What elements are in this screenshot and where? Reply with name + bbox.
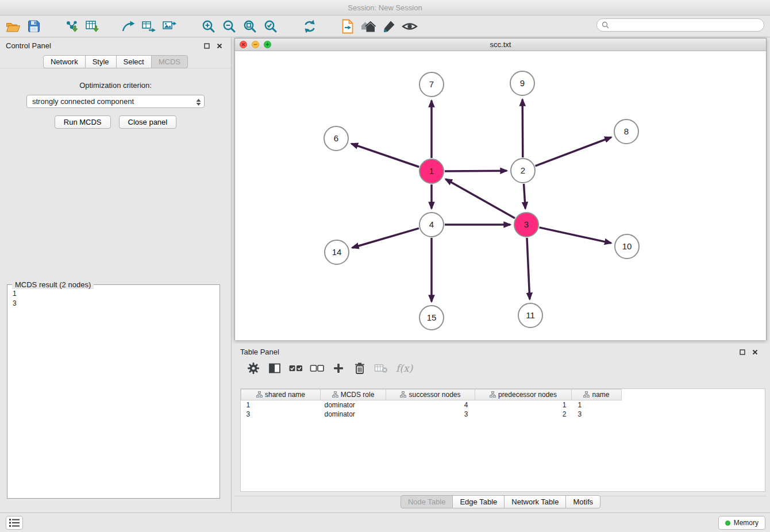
tab-motifs[interactable]: Motifs [565,495,600,508]
edge-4-14[interactable] [352,228,419,248]
new-network-from-selection-icon[interactable] [118,18,138,35]
tab-network-table[interactable]: Network Table [504,495,566,508]
svg-text:8: 8 [624,126,629,136]
column-header-name[interactable]: name [572,390,622,400]
table-panel: Table Panel [234,344,767,511]
maximize-window-icon[interactable] [264,41,271,48]
show-hide-icon[interactable] [399,18,420,35]
export-table-icon[interactable] [138,18,159,35]
network-window: scc.txt 7968124314101511 [234,38,767,340]
add-column-icon[interactable] [330,360,347,376]
network-window-title: scc.txt [490,40,511,49]
app-window: Session: New Session [0,0,770,532]
float-panel-icon[interactable] [202,42,211,50]
node-7[interactable]: 7 [419,72,444,97]
optimization-dropdown-value: strongly connected component [32,97,134,106]
zoom-out-icon[interactable] [219,18,240,35]
table-panel-title: Table Panel [240,348,279,356]
float-table-panel-icon[interactable] [738,348,747,356]
svg-text:4: 4 [429,219,434,229]
delete-column-icon[interactable] [351,360,368,376]
svg-text:9: 9 [520,78,525,88]
node-1[interactable]: 1 [419,159,444,183]
table-cell: 4 [386,400,475,410]
memory-label: Memory [734,519,759,527]
zoom-fit-icon[interactable] [240,18,260,35]
node-11[interactable]: 11 [518,303,542,327]
run-mcds-button[interactable]: Run MCDS [55,115,111,129]
table-cell: 3 [241,410,321,419]
control-panel-tabs: NetworkStyleSelectMCDS [0,55,231,68]
zoom-in-icon[interactable] [198,18,219,35]
optimization-dropdown[interactable]: strongly connected component [26,95,205,108]
node-14[interactable]: 14 [325,240,349,264]
node-4[interactable]: 4 [419,213,444,237]
tab-mcds[interactable]: MCDS [151,55,188,68]
status-bar: Memory [0,512,770,532]
import-file-icon[interactable] [337,18,358,35]
table-row[interactable]: 1dominator411 [241,400,622,410]
tab-network[interactable]: Network [43,55,86,68]
edge-1-6[interactable] [352,144,419,167]
table-cell: 1 [475,400,572,410]
minimize-window-icon[interactable] [252,41,259,48]
save-session-icon[interactable] [24,18,44,35]
edge-3-10[interactable] [540,228,611,243]
import-network-icon[interactable] [61,18,82,35]
column-header-successor-nodes[interactable]: successor nodes [386,390,475,400]
search-input[interactable] [613,20,759,30]
window-titlebar: Session: New Session [0,0,770,16]
mcds-result-group: MCDS result (2 nodes) 1 3 [7,284,220,499]
tab-style[interactable]: Style [85,55,117,68]
delete-table-icon[interactable] [372,360,390,376]
tab-node-table[interactable]: Node Table [401,495,453,508]
close-table-panel-icon[interactable] [750,348,760,356]
node-table: shared nameMCDS rolesuccessor nodesprede… [241,389,622,419]
close-panel-button[interactable]: Close panel [119,115,177,129]
import-table-icon[interactable] [82,18,103,35]
network-graph[interactable]: 7968124314101511 [235,51,766,340]
node-15[interactable]: 15 [419,306,444,330]
show-columns-icon[interactable] [266,360,283,376]
node-2[interactable]: 2 [511,159,535,183]
memory-button[interactable]: Memory [718,516,765,530]
select-all-icon[interactable] [287,360,305,376]
edge-2-3[interactable] [524,184,526,209]
table-panel-tabs: Node TableEdge TableNetwork TableMotifs [234,495,767,508]
column-header-shared-name[interactable]: shared name [241,390,321,400]
edge-1-2[interactable] [445,171,507,171]
close-window-icon[interactable] [240,41,247,48]
svg-text:6: 6 [334,133,338,143]
node-10[interactable]: 10 [615,234,639,259]
column-header-predecessor-nodes[interactable]: predecessor nodes [475,390,572,400]
svg-text:1: 1 [429,166,434,176]
edge-3-11[interactable] [527,238,530,299]
node-6[interactable]: 6 [324,126,348,151]
node-3[interactable]: 3 [514,213,538,237]
export-image-icon[interactable] [159,18,180,35]
home-icon[interactable] [358,18,379,35]
edge-2-8[interactable] [536,137,611,166]
close-panel-icon[interactable] [215,42,224,50]
task-history-button[interactable] [6,516,23,530]
edge-2-9[interactable] [522,99,523,157]
search-field[interactable] [596,18,764,32]
edge-3-1[interactable] [445,179,515,218]
style-icon[interactable] [379,18,399,35]
table-settings-icon[interactable] [245,360,262,376]
task-list-icon [9,519,20,527]
open-session-icon[interactable] [3,18,24,35]
refresh-view-icon[interactable] [299,18,320,35]
column-header-mcds-role[interactable]: MCDS role [321,390,386,400]
control-panel: Control Panel NetworkStyleSelectMCDS Opt… [0,37,232,511]
node-9[interactable]: 9 [510,71,534,95]
zoom-selected-icon[interactable] [260,18,281,35]
mcds-result-title: MCDS result (2 nodes) [12,280,94,289]
deselect-all-icon[interactable] [309,360,326,376]
node-8[interactable]: 8 [614,119,638,144]
function-builder-icon[interactable]: f(x) [396,363,413,374]
network-window-titlebar: scc.txt [235,38,766,51]
tab-select[interactable]: Select [116,55,152,68]
table-row[interactable]: 3dominator323 [241,410,622,419]
tab-edge-table[interactable]: Edge Table [452,495,505,508]
